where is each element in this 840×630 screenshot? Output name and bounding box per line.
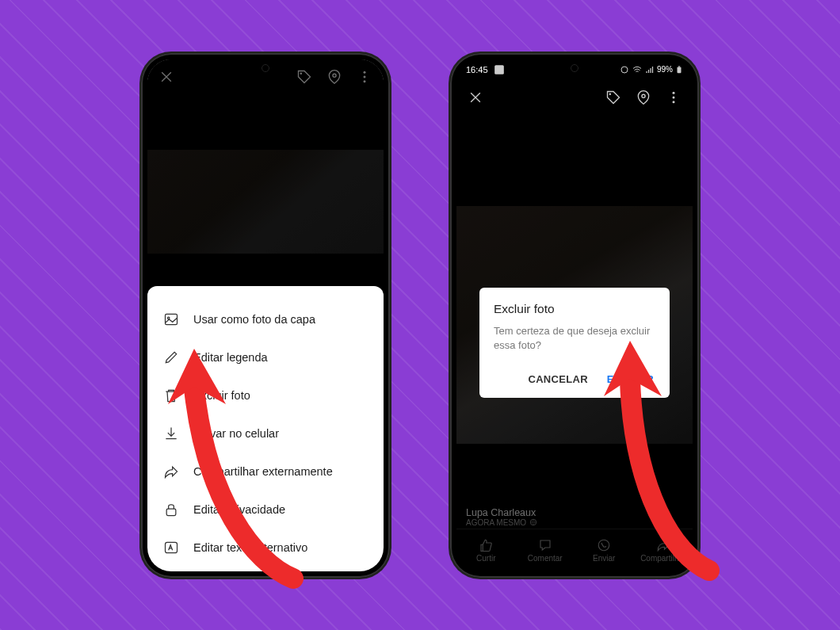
alarm-icon xyxy=(620,65,629,74)
screen-left: 16:44 99% xyxy=(147,59,384,571)
dialog-backdrop[interactable]: Excluir foto Tem certeza de que deseja e… xyxy=(456,115,693,571)
sheet-item-save[interactable]: Salvar no celular xyxy=(147,414,384,452)
sheet-label: Editar legenda xyxy=(193,351,268,364)
location-icon[interactable] xyxy=(636,90,651,105)
share-icon xyxy=(163,464,179,479)
confirm-button[interactable]: EXCLUIR xyxy=(605,367,655,391)
camera-hole xyxy=(571,64,578,72)
cancel-button[interactable]: CANCELAR xyxy=(526,367,589,391)
wifi-icon xyxy=(632,65,643,74)
svg-point-17 xyxy=(609,93,612,95)
status-right: 99% xyxy=(620,65,683,74)
tag-icon[interactable] xyxy=(605,90,621,105)
lock-icon xyxy=(163,502,179,517)
svg-point-14 xyxy=(621,67,628,73)
sheet-label: Excluir foto xyxy=(193,389,250,402)
signal-icon xyxy=(645,65,655,74)
download-icon xyxy=(163,426,179,441)
status-app-icon xyxy=(491,62,507,78)
sheet-label: Compartilhar externamente xyxy=(193,465,333,478)
svg-rect-11 xyxy=(166,509,176,515)
status-time: 16:45 xyxy=(466,65,488,74)
sheet-item-alt[interactable]: Editar texto alternativo xyxy=(147,529,384,567)
sheet-label: Usar como foto da capa xyxy=(193,313,315,326)
sheet-item-caption[interactable]: Editar legenda xyxy=(147,338,384,376)
svg-point-18 xyxy=(642,94,645,97)
trash-icon xyxy=(163,388,179,403)
pencil-icon xyxy=(163,349,179,365)
sheet-item-privacy[interactable]: Editar privacidade xyxy=(147,491,384,529)
app-header xyxy=(456,80,693,115)
svg-point-19 xyxy=(673,91,675,94)
svg-rect-15 xyxy=(678,67,682,73)
phone-right: 16:45 99% xyxy=(450,53,699,578)
dialog-title: Excluir foto xyxy=(494,302,655,316)
camera-hole xyxy=(262,64,269,72)
image-icon xyxy=(163,311,179,327)
dialog-actions: CANCELAR EXCLUIR xyxy=(494,367,655,391)
status-left: 16:45 xyxy=(466,62,507,78)
sheet-label: Editar texto alternativo xyxy=(193,541,307,554)
phone-left: 16:44 99% xyxy=(141,53,390,578)
svg-point-21 xyxy=(673,101,675,103)
sheet-item-delete[interactable]: Excluir foto xyxy=(147,376,384,414)
status-battery: 99% xyxy=(657,65,673,74)
sheet-backdrop[interactable]: Usar como foto da capa Editar legenda Ex… xyxy=(147,59,384,571)
svg-point-10 xyxy=(167,317,170,319)
sheet-label: Salvar no celular xyxy=(193,427,279,440)
svg-rect-16 xyxy=(678,66,681,67)
confirm-dialog: Excluir foto Tem certeza de que deseja e… xyxy=(479,288,670,398)
more-icon[interactable] xyxy=(666,90,682,105)
battery-icon xyxy=(675,65,683,74)
bottom-sheet: Usar como foto da capa Editar legenda Ex… xyxy=(147,286,384,571)
sheet-item-cover[interactable]: Usar como foto da capa xyxy=(147,300,384,338)
sheet-label: Editar privacidade xyxy=(193,503,285,516)
photo-viewer: Lupa Charleaux AGORA MESMO Curtir Coment… xyxy=(456,115,693,571)
close-icon[interactable] xyxy=(468,90,483,105)
dialog-message: Tem certeza de que deseja excluir essa f… xyxy=(494,324,655,353)
phones-container: 16:44 99% xyxy=(0,0,840,630)
screen-right: 16:45 99% xyxy=(456,59,693,571)
sheet-item-share[interactable]: Compartilhar externamente xyxy=(147,452,384,491)
svg-point-20 xyxy=(673,96,675,98)
svg-rect-13 xyxy=(494,65,504,74)
alt-icon xyxy=(163,540,179,556)
